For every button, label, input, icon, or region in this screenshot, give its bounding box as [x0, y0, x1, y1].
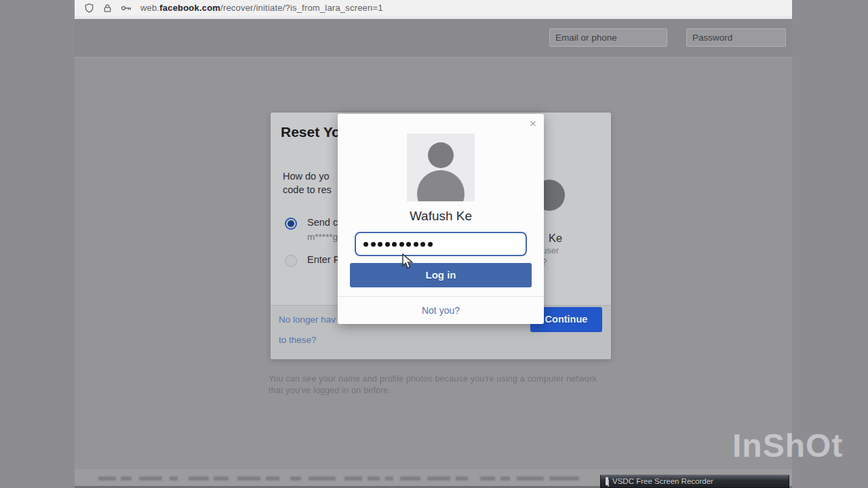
avatar-head: [428, 142, 454, 168]
footer-link-smudge: [549, 476, 567, 481]
footer-link-smudge: [266, 476, 279, 481]
key-icon[interactable]: [121, 3, 132, 14]
not-you-link[interactable]: Not you?: [338, 305, 544, 316]
footer-link-smudge: [427, 476, 450, 481]
mouse-cursor: [402, 253, 416, 272]
footer-link-smudge: [309, 476, 336, 481]
header-password-input[interactable]: Password: [686, 28, 786, 47]
footer-link-smudge: [400, 476, 420, 481]
note-line1: You can see your name and profile photos…: [269, 373, 606, 385]
close-icon[interactable]: ×: [530, 118, 536, 129]
masked-email-text: m*****g: [307, 232, 338, 242]
header-email-input[interactable]: Email or phone: [549, 28, 667, 47]
facebook-header: Email or phone Password: [75, 19, 792, 58]
no-longer-access-link-line2[interactable]: to these?: [279, 335, 317, 345]
radio-send-code-selected[interactable]: [285, 218, 297, 230]
login-button[interactable]: Log in: [350, 263, 532, 287]
password-input[interactable]: [355, 232, 527, 256]
lock-icon[interactable]: [102, 3, 113, 14]
url-text[interactable]: web.facebook.com/recover/initiate/?is_fr…: [140, 3, 383, 13]
radio-enter-password[interactable]: [285, 255, 297, 267]
profile-avatar: [407, 134, 475, 201]
footer-link-smudge: [385, 476, 393, 481]
footer-link-smudge: [170, 476, 178, 481]
profile-name: Wafush Ke: [338, 209, 544, 224]
option-send-code-label: Send c: [307, 217, 338, 228]
modal-divider: [338, 296, 544, 297]
password-dots: [363, 242, 433, 247]
dialog-question-line1: How do yo: [283, 171, 330, 182]
password-dot: [414, 242, 418, 247]
footer-link-smudge: [237, 476, 260, 481]
footer-link-smudge: [517, 476, 544, 481]
footer-link-smudge: [139, 476, 162, 481]
inshot-watermark: InShOt: [732, 427, 843, 464]
password-dot: [371, 242, 376, 247]
password-dot: [428, 242, 433, 247]
footer-link-smudge: [189, 476, 209, 481]
option-enter-password-label: Enter F: [307, 254, 340, 265]
footer-link-smudge: [290, 476, 301, 481]
password-dot: [363, 242, 368, 247]
footer-link-smudge: [98, 476, 116, 481]
vsdc-label: VSDC Free Screen Recorder: [612, 477, 713, 485]
avatar-torso: [417, 170, 465, 201]
account-name-fragment: Ke: [549, 232, 562, 245]
footer-link-smudge: [121, 476, 132, 481]
login-modal: × Wafush Ke Log in Not you?: [338, 114, 544, 324]
password-dot: [392, 242, 397, 247]
footer-link-smudge: [344, 476, 362, 481]
no-longer-access-link[interactable]: No longer hav: [279, 314, 336, 325]
account-sub-fragment: user: [542, 245, 559, 256]
vsdc-taskbar-button[interactable]: VSDC Free Screen Recorder: [600, 474, 789, 488]
note-line2: that you've logged in on before.: [269, 385, 606, 396]
footer-link-smudge: [480, 476, 495, 481]
shield-icon[interactable]: [84, 3, 94, 14]
footer-link-smudge: [368, 476, 380, 481]
password-dot: [406, 242, 411, 247]
address-bar[interactable]: web.facebook.com/recover/initiate/?is_fr…: [75, 0, 792, 16]
dialog-question-line2: code to res: [283, 184, 332, 195]
password-dot: [378, 242, 382, 247]
password-dot: [385, 242, 390, 247]
radio-dot: [288, 220, 294, 227]
network-explanation-note: You can see your name and profile photos…: [269, 373, 606, 396]
footer-link-smudge: [567, 476, 579, 481]
screen: web.facebook.com/recover/initiate/?is_fr…: [0, 0, 868, 488]
footer-link-smudge: [456, 476, 468, 481]
footer-link-smudge: [500, 476, 510, 481]
vsdc-icon: [606, 477, 608, 485]
dialog-title: Reset Yo: [281, 124, 340, 140]
password-dot: [420, 242, 425, 247]
footer-link-smudge: [214, 476, 229, 481]
password-dot: [399, 242, 404, 247]
